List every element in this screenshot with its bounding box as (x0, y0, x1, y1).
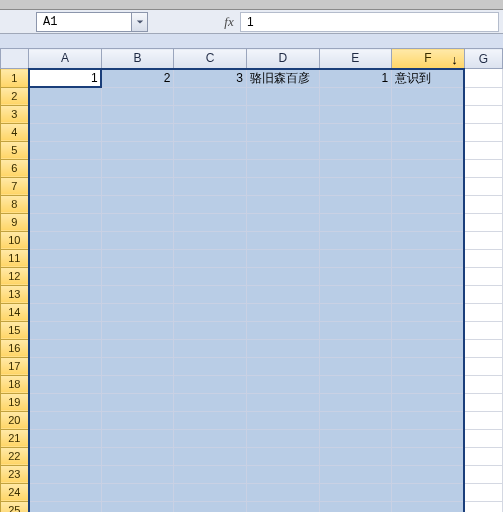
cell-D11[interactable] (246, 249, 319, 267)
cell-G18[interactable] (464, 375, 502, 393)
cell-B11[interactable] (101, 249, 174, 267)
cell-F18[interactable] (392, 375, 465, 393)
cell-F19[interactable] (392, 393, 465, 411)
cell-D21[interactable] (246, 429, 319, 447)
cell-G21[interactable] (464, 429, 502, 447)
row-header[interactable]: 23 (1, 465, 29, 483)
column-header-F[interactable]: F↓ (392, 49, 465, 69)
cell-F13[interactable] (392, 285, 465, 303)
cell-C3[interactable] (174, 105, 247, 123)
cell-A17[interactable] (29, 357, 102, 375)
row-header[interactable]: 21 (1, 429, 29, 447)
cell-C10[interactable] (174, 231, 247, 249)
cell-D8[interactable] (246, 195, 319, 213)
cell-C18[interactable] (174, 375, 247, 393)
cell-C12[interactable] (174, 267, 247, 285)
cell-A24[interactable] (29, 483, 102, 501)
cell-B23[interactable] (101, 465, 174, 483)
cell-F10[interactable] (392, 231, 465, 249)
cell-G11[interactable] (464, 249, 502, 267)
cell-C8[interactable] (174, 195, 247, 213)
row-header[interactable]: 9 (1, 213, 29, 231)
cell-C14[interactable] (174, 303, 247, 321)
cell-D2[interactable] (246, 87, 319, 105)
cell-G3[interactable] (464, 105, 502, 123)
cell-E10[interactable] (319, 231, 392, 249)
cell-G13[interactable] (464, 285, 502, 303)
cell-D5[interactable] (246, 141, 319, 159)
row-header[interactable]: 25 (1, 501, 29, 512)
cell-F6[interactable] (392, 159, 465, 177)
cell-D23[interactable] (246, 465, 319, 483)
column-header-E[interactable]: E (319, 49, 392, 69)
cell-B21[interactable] (101, 429, 174, 447)
cell-B12[interactable] (101, 267, 174, 285)
row-header[interactable]: 7 (1, 177, 29, 195)
cell-D22[interactable] (246, 447, 319, 465)
cell-B14[interactable] (101, 303, 174, 321)
formula-input[interactable]: 1 (240, 12, 499, 32)
cell-G6[interactable] (464, 159, 502, 177)
cell-F22[interactable] (392, 447, 465, 465)
cell-A8[interactable] (29, 195, 102, 213)
cell-A14[interactable] (29, 303, 102, 321)
cell-C5[interactable] (174, 141, 247, 159)
cell-C17[interactable] (174, 357, 247, 375)
cell-C16[interactable] (174, 339, 247, 357)
cell-B1[interactable]: 2 (101, 69, 174, 88)
cell-A5[interactable] (29, 141, 102, 159)
row-header[interactable]: 11 (1, 249, 29, 267)
cell-E24[interactable] (319, 483, 392, 501)
cell-C23[interactable] (174, 465, 247, 483)
cell-E16[interactable] (319, 339, 392, 357)
cell-D12[interactable] (246, 267, 319, 285)
select-all-corner[interactable] (1, 49, 29, 69)
cell-F16[interactable] (392, 339, 465, 357)
cell-B24[interactable] (101, 483, 174, 501)
cell-E3[interactable] (319, 105, 392, 123)
cell-E13[interactable] (319, 285, 392, 303)
cell-F11[interactable] (392, 249, 465, 267)
cell-E4[interactable] (319, 123, 392, 141)
cell-A20[interactable] (29, 411, 102, 429)
cell-B5[interactable] (101, 141, 174, 159)
cell-E23[interactable] (319, 465, 392, 483)
row-header[interactable]: 3 (1, 105, 29, 123)
cell-D9[interactable] (246, 213, 319, 231)
cell-G24[interactable] (464, 483, 502, 501)
row-header[interactable]: 10 (1, 231, 29, 249)
cell-D16[interactable] (246, 339, 319, 357)
cell-G8[interactable] (464, 195, 502, 213)
cell-E7[interactable] (319, 177, 392, 195)
cell-G20[interactable] (464, 411, 502, 429)
cell-G10[interactable] (464, 231, 502, 249)
cell-B18[interactable] (101, 375, 174, 393)
row-header[interactable]: 22 (1, 447, 29, 465)
cell-G22[interactable] (464, 447, 502, 465)
cell-D7[interactable] (246, 177, 319, 195)
cell-B9[interactable] (101, 213, 174, 231)
cell-A12[interactable] (29, 267, 102, 285)
cell-C21[interactable] (174, 429, 247, 447)
cell-E22[interactable] (319, 447, 392, 465)
cell-G19[interactable] (464, 393, 502, 411)
cell-G1[interactable] (464, 69, 502, 88)
row-header[interactable]: 6 (1, 159, 29, 177)
row-header[interactable]: 16 (1, 339, 29, 357)
cell-D18[interactable] (246, 375, 319, 393)
cell-C1[interactable]: 3 (174, 69, 247, 88)
cell-G12[interactable] (464, 267, 502, 285)
cell-D20[interactable] (246, 411, 319, 429)
cell-G14[interactable] (464, 303, 502, 321)
cell-F8[interactable] (392, 195, 465, 213)
cell-B2[interactable] (101, 87, 174, 105)
row-header[interactable]: 24 (1, 483, 29, 501)
cell-F5[interactable] (392, 141, 465, 159)
cell-D17[interactable] (246, 357, 319, 375)
cell-B7[interactable] (101, 177, 174, 195)
cell-C19[interactable] (174, 393, 247, 411)
column-header-D[interactable]: D (246, 49, 319, 69)
cell-B8[interactable] (101, 195, 174, 213)
row-header[interactable]: 4 (1, 123, 29, 141)
cell-B15[interactable] (101, 321, 174, 339)
